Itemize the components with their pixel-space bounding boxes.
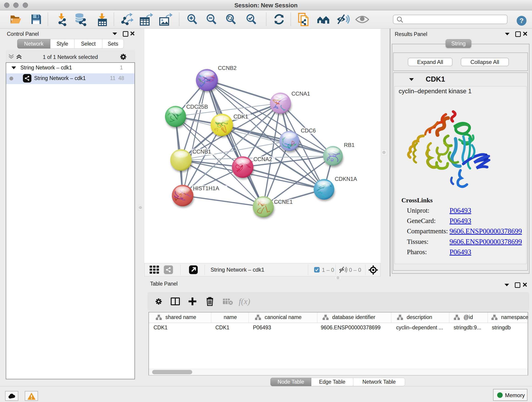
svg-text:RB1: RB1 (344, 142, 355, 148)
svg-text:CCNB1: CCNB1 (192, 148, 211, 155)
svg-text:CCNB2: CCNB2 (218, 65, 236, 71)
svg-text:CCNE1: CCNE1 (274, 199, 293, 205)
svg-text:CDK1: CDK1 (234, 114, 248, 120)
svg-text:?: ? (519, 17, 524, 24)
svg-text:CDC25B: CDC25B (186, 104, 208, 110)
svg-text:CDC6: CDC6 (301, 128, 316, 134)
svg-text:HIST1H1A: HIST1H1A (193, 185, 219, 191)
svg-text:CCNA2: CCNA2 (253, 156, 272, 162)
svg-text:CDKN1A: CDKN1A (335, 176, 357, 182)
svg-text:CCNA1: CCNA1 (291, 90, 310, 97)
